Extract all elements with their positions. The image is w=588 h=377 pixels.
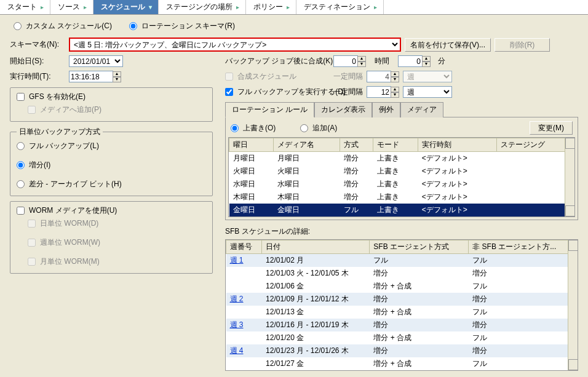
radio-overwrite[interactable]: 上書き(O) xyxy=(231,123,276,133)
tab-5[interactable]: デスティネーション▸ xyxy=(296,0,384,14)
schema-name-select[interactable]: <週 5 日: 増分バックアップ、金曜日にフル バックアップ> xyxy=(69,38,401,52)
table-row[interactable]: 12/01/03 火 - 12/01/05 木増分増分 xyxy=(226,267,578,280)
worm-monthly-checkbox: 月単位 WORM(M) xyxy=(28,256,206,267)
table-row[interactable]: 週 312/01/16 月 - 12/01/19 木増分増分 xyxy=(226,319,578,331)
table-row[interactable]: 12/01/06 金増分 + 合成フル xyxy=(226,280,578,293)
table-row[interactable]: 12/01/13 金増分 + 合成フル xyxy=(226,306,578,319)
col-header[interactable]: 曜日 xyxy=(229,138,274,152)
synth-after-label: バックアップ ジョブ後に合成(K): xyxy=(225,56,330,66)
sfb-detail-label: SFB スケジュールの詳細: xyxy=(225,226,578,237)
synth-sched-val xyxy=(367,71,391,82)
radio-daily-diff[interactable]: 差分 - アーカイブ ビット(H) xyxy=(17,179,206,189)
synth-sched-unit: 週 xyxy=(403,71,452,82)
run-full-checkbox[interactable]: フル バックアップを実行する(D) xyxy=(225,87,330,97)
rotation-inner-tabs: ローテーション ルールカレンダ表示例外メディア xyxy=(225,101,578,117)
tab-2[interactable]: スケジュール▾ xyxy=(93,0,159,14)
col-header[interactable]: 非 SFB エージェント方... xyxy=(469,240,578,254)
week-link[interactable]: 週 1 xyxy=(230,256,244,264)
start-date-input[interactable]: 2012/01/01 xyxy=(69,55,123,67)
table-row[interactable]: 12/01/27 金増分 + 合成フル xyxy=(226,357,578,370)
col-header[interactable]: メディア名 xyxy=(273,138,340,152)
schema-name-label: スキーマ名(N): xyxy=(10,39,65,50)
col-header[interactable]: 方式 xyxy=(340,138,373,152)
table-row[interactable]: 木曜日木曜日増分上書き<デフォルト> xyxy=(229,191,574,204)
worm-daily-checkbox: 日単位 WORM(D) xyxy=(28,218,206,229)
col-header[interactable]: ステージング xyxy=(497,138,574,152)
gfs-group: GFS を有効化(E) メディアへ追加(P) xyxy=(10,87,213,122)
col-header[interactable]: 日付 xyxy=(262,240,370,254)
scrollbar[interactable] xyxy=(565,138,574,216)
tab-4[interactable]: ポリシー▸ xyxy=(246,0,296,14)
radio-daily-full[interactable]: フル バックアップ(L) xyxy=(17,141,206,151)
synth-schedule-checkbox: 合成スケジュール xyxy=(225,71,330,82)
start-date-label: 開始日(S): xyxy=(10,56,65,66)
scrollbar[interactable] xyxy=(568,240,578,370)
tab-3[interactable]: ステージングの場所▸ xyxy=(159,0,246,14)
tab-1[interactable]: ソース▸ xyxy=(50,0,93,14)
exec-time-label: 実行時間(T): xyxy=(10,71,65,82)
week-link[interactable]: 週 2 xyxy=(230,295,244,303)
wizard-tabs: スタート▸ソース▸スケジュール▾ステージングの場所▸ポリシー▸デスティネーション… xyxy=(0,0,588,15)
col-header[interactable]: モード xyxy=(373,138,418,152)
fixed-interval-label-2: 一定間隔 xyxy=(333,87,363,97)
change-button[interactable]: 変更(M) xyxy=(530,121,573,135)
table-row[interactable]: 水曜日水曜日増分上書き<デフォルト> xyxy=(229,178,574,191)
inner-tab-0[interactable]: ローテーション ルール xyxy=(225,102,314,117)
full-val-input[interactable] xyxy=(367,86,391,98)
mins-label: 分 xyxy=(438,56,445,66)
worm-use-checkbox[interactable]: WORM メディアを使用(U) xyxy=(17,205,206,216)
week-link[interactable]: 週 4 xyxy=(230,346,244,355)
gfs-enable-checkbox[interactable]: GFS を有効化(E) xyxy=(17,92,206,102)
time-up[interactable]: ▲ xyxy=(113,71,121,77)
tab-0[interactable]: スタート▸ xyxy=(0,0,50,14)
worm-group: WORM メディアを使用(U) 日単位 WORM(D) 週単位 WORM(W) … xyxy=(10,201,213,274)
table-row[interactable]: 月曜日月曜日増分上書き<デフォルト> xyxy=(229,152,574,165)
radio-append[interactable]: 追加(A) xyxy=(300,123,337,133)
hours-label: 時間 xyxy=(370,56,394,66)
radio-daily-incr[interactable]: 増分(I) xyxy=(17,160,206,170)
synth-mins-input[interactable] xyxy=(398,55,423,67)
synth-hours-input[interactable] xyxy=(333,55,358,67)
radio-rotation-schema[interactable]: ローテーション スキーマ(R) xyxy=(129,21,235,31)
week-link[interactable]: 週 3 xyxy=(230,320,244,329)
table-row[interactable]: 週 112/01/02 月フルフル xyxy=(226,254,578,268)
time-down[interactable]: ▼ xyxy=(113,77,121,82)
worm-weekly-checkbox: 週単位 WORM(W) xyxy=(28,237,206,248)
table-row[interactable]: 週 212/01/09 月 - 12/01/12 木増分増分 xyxy=(226,293,578,306)
table-row[interactable]: 週 412/01/23 月 - 12/01/26 木増分増分 xyxy=(226,344,578,357)
sfb-schedule-table[interactable]: 週番号日付SFB エージェント方式非 SFB エージェント方... 週 112/… xyxy=(226,240,578,370)
inner-tab-1[interactable]: カレンダ表示 xyxy=(314,102,372,117)
daily-method-group: 日単位バックアップ方式 フル バックアップ(L) 増分(I) 差分 - アーカイ… xyxy=(10,127,213,196)
inner-tab-3[interactable]: メディア xyxy=(400,102,443,117)
daily-method-legend: 日単位バックアップ方式 xyxy=(17,127,103,137)
full-unit-select[interactable]: 週 xyxy=(403,86,452,98)
table-row[interactable]: 12/01/20 金増分 + 合成フル xyxy=(226,331,578,344)
save-as-button[interactable]: 名前を付けて保存(V)... xyxy=(405,38,491,52)
table-row[interactable]: 火曜日火曜日増分上書き<デフォルト> xyxy=(229,165,574,178)
radio-custom-schedule[interactable]: カスタム スケジュール(C) xyxy=(14,21,112,31)
exec-time-input[interactable] xyxy=(69,71,113,82)
gfs-add-media-checkbox: メディアへ追加(P) xyxy=(28,105,206,115)
rotation-rules-table[interactable]: 曜日メディア名方式モード実行時刻ステージング 月曜日月曜日増分上書き<デフォルト… xyxy=(229,138,574,216)
delete-button[interactable]: 削除(R) xyxy=(495,38,550,52)
inner-tab-2[interactable]: 例外 xyxy=(372,102,400,117)
table-row[interactable]: 金曜日金曜日フル上書き<デフォルト> xyxy=(229,204,574,216)
col-header[interactable]: SFB エージェント方式 xyxy=(370,240,469,254)
fixed-interval-label-1: 一定間隔 xyxy=(333,71,363,82)
col-header[interactable]: 週番号 xyxy=(226,240,262,254)
col-header[interactable]: 実行時刻 xyxy=(418,138,497,152)
